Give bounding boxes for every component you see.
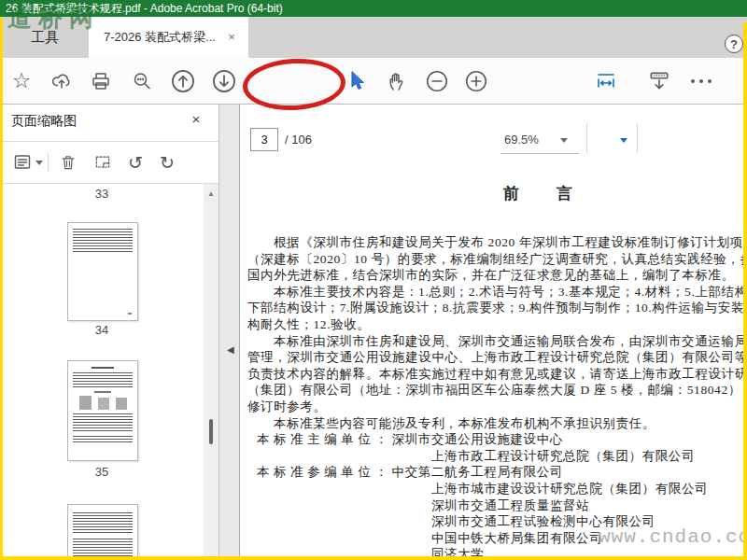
hand-tool-icon[interactable] bbox=[383, 58, 413, 104]
document-line: 上海市政工程设计研究总院（集团）有限公司 bbox=[247, 448, 743, 465]
toolbar-divider bbox=[637, 123, 638, 153]
tab-tools[interactable]: 工具 bbox=[7, 17, 82, 58]
tab-close-icon[interactable]: × bbox=[224, 30, 239, 45]
document-line: 本 标 准 参 编 单 位 ： 中交第二航务工程局有限公司 bbox=[247, 464, 743, 481]
thumbnail-page-35[interactable] bbox=[67, 360, 138, 461]
thumbnail-page-34[interactable] bbox=[67, 222, 138, 321]
divider bbox=[3, 141, 218, 142]
scroll-up-arrow-icon[interactable]: ▲ bbox=[207, 189, 215, 198]
panel-close-icon[interactable]: × bbox=[188, 111, 204, 128]
frame-border bbox=[0, 556, 747, 560]
document-line: 国内外先进标准，结合深圳市的实际，并在广泛征求意见的基础上，编制了本标准。 bbox=[247, 267, 743, 284]
divider bbox=[3, 183, 218, 184]
thumbnail-page-36[interactable] bbox=[67, 504, 138, 560]
thumbnail-content bbox=[73, 372, 133, 388]
document-line: 本标准主要技术内容是：1.总则；2.术语与符号；3.基本规定；4.材料；5.上部… bbox=[247, 284, 743, 301]
thumbnail-content bbox=[73, 512, 133, 533]
zoom-level-value[interactable]: 69.5% bbox=[504, 133, 539, 147]
document-line: 本标准由深圳市住房和建设局、深圳市交通运输局联合发布，由深圳市交通运输局业务主管 bbox=[247, 333, 743, 350]
thumbnail-content bbox=[92, 367, 114, 369]
scrollbar-thumb[interactable] bbox=[209, 419, 213, 444]
scroll-mode-icon[interactable] bbox=[644, 58, 674, 104]
thumbnail-content bbox=[73, 413, 133, 432]
thumbnails-panel-title: 页面缩略图 bbox=[11, 113, 77, 130]
frame-border bbox=[743, 22, 747, 560]
tab-document[interactable]: 7-2026 装配式桥梁... × bbox=[89, 17, 248, 58]
document-line: 根据《深圳市住房和建设局关于发布 2020 年深圳市工程建设标准制订修订计划项目… bbox=[247, 234, 743, 251]
document-line: 修订时参考。 bbox=[247, 399, 743, 415]
thumbnail-content bbox=[73, 436, 133, 442]
document-line: 本标准某些内容可能涉及专利，本标准发布机构不承担识别责任。 bbox=[247, 415, 743, 432]
print-icon[interactable] bbox=[86, 58, 116, 104]
document-line: 上海市城市建设设计研究总院（集团）有限公司 bbox=[247, 481, 743, 497]
thumbnail-content bbox=[128, 313, 132, 315]
pdf-page: 前 言 根据《深圳市住房和建设局关于发布 2020 年深圳市工程建设标准制订修订… bbox=[239, 105, 743, 556]
thumbnail-label-34[interactable]: 34 bbox=[67, 323, 136, 337]
acrobat-window: 26 装配式桥梁技术规程.pdf - Adobe Acrobat Pro (64… bbox=[0, 0, 747, 560]
document-viewer: 前 言 根据《深圳市住房和建设局关于发布 2020 年深圳市工程建设标准制订修订… bbox=[219, 105, 743, 556]
delete-pages-icon[interactable] bbox=[59, 151, 78, 174]
frame-border bbox=[0, 17, 3, 560]
thumbnail-label-33[interactable]: 33 bbox=[67, 187, 136, 201]
thumbnail-label-35[interactable]: 35 bbox=[67, 465, 136, 479]
document-line: 管理，深圳市交通公用设施建设中心、上海市政工程设计研究总院（集团）有限公司等编制 bbox=[247, 349, 743, 366]
zoom-combobox-underline bbox=[500, 153, 579, 154]
document-line: 下部结构设计；7.附属设施设计；8.抗震要求；9.构件预制与制作；10.构件运输… bbox=[247, 300, 743, 316]
window-title: 26 装配式桥梁技术规程.pdf - Adobe Acrobat Pro (64… bbox=[0, 0, 747, 17]
fit-width-icon[interactable] bbox=[592, 58, 620, 104]
tab-document-label: 7-2026 装配式桥梁... bbox=[104, 30, 216, 44]
document-line: 深圳市交通工程质量监督站 bbox=[247, 497, 743, 514]
main-toolbar: ☆ / 106 69.5% bbox=[0, 58, 747, 105]
collapse-panel-icon[interactable]: ◀ bbox=[227, 344, 234, 355]
search-icon[interactable] bbox=[127, 58, 157, 104]
thumbnail-content bbox=[73, 229, 133, 253]
rotate-counterclockwise-icon[interactable]: ↺ bbox=[128, 151, 143, 174]
favorite-star-icon[interactable]: ☆ bbox=[7, 58, 35, 104]
zoom-in-icon[interactable] bbox=[461, 58, 491, 104]
more-tools-icon[interactable] bbox=[685, 58, 717, 104]
previous-page-icon[interactable] bbox=[168, 58, 198, 104]
thumbnail-figures bbox=[76, 396, 130, 410]
zoom-dropdown-caret-icon[interactable] bbox=[560, 138, 568, 143]
help-icon[interactable]: ? bbox=[725, 35, 743, 53]
document-heading: 前 言 bbox=[503, 183, 574, 204]
document-line: （集团）有限公司（地址：深圳市福田区车公庙泰然大厦 D 座 5 楼，邮编：518… bbox=[247, 382, 743, 399]
fit-dropdown-caret-icon[interactable] bbox=[620, 138, 627, 143]
document-watermark: www.cndao.com bbox=[599, 526, 743, 548]
thumbnail-options-icon[interactable] bbox=[14, 151, 43, 174]
share-cloud-icon[interactable] bbox=[47, 58, 77, 104]
rotate-clockwise-icon[interactable]: ↻ bbox=[160, 151, 175, 174]
document-line: （深建标〔2020〕10 号）的要求，标准编制组经广泛调查研究，认真总结实践经验… bbox=[247, 251, 743, 268]
select-tool-icon[interactable] bbox=[344, 58, 372, 104]
thumbnail-content bbox=[94, 391, 111, 393]
panel-scrollbar[interactable]: ▲ bbox=[204, 184, 218, 555]
zoom-out-icon[interactable] bbox=[422, 58, 452, 104]
tab-bar: 工具 7-2026 装配式桥梁... × bbox=[0, 17, 747, 58]
page-count-label: / 106 bbox=[285, 133, 312, 147]
document-line: 构耐久性；12.验收。 bbox=[247, 316, 743, 333]
document-line: 本 标 准 主 编 单 位 ： 深圳市交通公用设施建设中心 bbox=[247, 431, 743, 448]
divider bbox=[48, 153, 49, 172]
thumbnails-panel: 页面缩略图 × ↺ ↻ 33 34 bbox=[3, 105, 219, 556]
page-number-input[interactable] bbox=[250, 128, 278, 151]
document-lines: 根据《深圳市住房和建设局关于发布 2020 年深圳市工程建设标准制订修订计划项目… bbox=[247, 234, 743, 556]
next-page-icon[interactable] bbox=[209, 58, 239, 104]
document-line: 负责技术内容的解释。本标准实施过程中如有意见或建议，请寄送上海市政工程设计研究 bbox=[247, 366, 743, 383]
crop-page-icon[interactable] bbox=[92, 151, 113, 174]
toolbar-divider bbox=[586, 123, 587, 153]
